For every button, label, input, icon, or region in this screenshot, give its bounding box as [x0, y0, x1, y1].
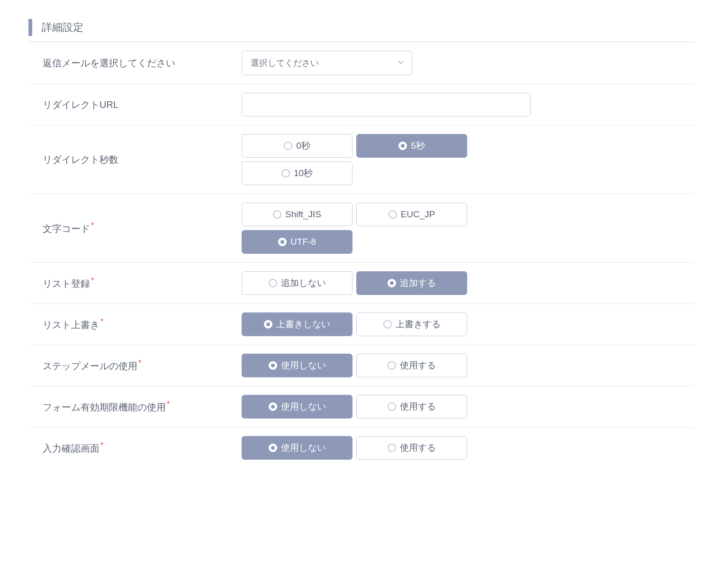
radio-charset-shiftjis[interactable]: Shift_JIS: [242, 203, 352, 226]
radio-label: 使用する: [400, 359, 436, 372]
radio-label: 使用する: [400, 401, 436, 413]
label-step-mail: ステップメールの使用*: [43, 359, 242, 373]
radio-circle-icon: [398, 142, 407, 150]
radio-circle-icon: [269, 402, 277, 411]
row-list-register: リスト登録* 追加しない 追加する: [28, 263, 695, 304]
radio-form-expiry-yes[interactable]: 使用する: [356, 395, 467, 419]
radio-group-redirect-seconds: 0秒 5秒 10秒: [242, 134, 479, 185]
row-redirect-seconds: リダイレクト秒数 0秒 5秒 10秒: [28, 125, 695, 194]
label-input-confirm: 入力確認画面*: [43, 441, 242, 455]
radio-step-mail-no[interactable]: 使用しない: [242, 354, 352, 377]
radio-list-overwrite-no[interactable]: 上書きしない: [242, 312, 352, 336]
radio-circle-icon: [264, 320, 272, 329]
select-reply-mail-wrapper: 選択してください: [242, 51, 412, 75]
radio-label: 使用する: [400, 442, 436, 454]
required-mark: *: [100, 441, 103, 449]
radio-input-confirm-no[interactable]: 使用しない: [242, 436, 352, 460]
label-form-expiry: フォーム有効期限機能の使用*: [43, 400, 242, 414]
input-redirect-url[interactable]: [242, 93, 531, 116]
radio-circle-icon: [273, 210, 281, 219]
radio-label: UTF-8: [290, 237, 316, 247]
radio-list-register-yes[interactable]: 追加する: [356, 271, 467, 295]
radio-form-expiry-no[interactable]: 使用しない: [242, 395, 352, 419]
section-header: 詳細設定: [28, 19, 695, 42]
radio-label: 使用しない: [281, 401, 326, 413]
control-step-mail: 使用しない 使用する: [242, 354, 695, 377]
label-charset: 文字コード*: [43, 222, 242, 235]
radio-label: 使用しない: [281, 359, 326, 372]
radio-label: 0秒: [296, 140, 310, 152]
radio-group-list-overwrite: 上書きしない 上書きする: [242, 312, 479, 336]
required-mark: *: [91, 276, 94, 285]
radio-label: 上書きする: [396, 318, 441, 330]
row-list-overwrite: リスト上書き* 上書きしない 上書きする: [28, 304, 695, 345]
radio-label: 5秒: [411, 140, 425, 152]
label-redirect-url: リダイレクトURL: [43, 98, 242, 111]
label-list-overwrite: リスト上書き*: [43, 318, 242, 331]
radio-redirect-0s[interactable]: 0秒: [242, 134, 352, 158]
radio-label: 追加しない: [281, 277, 326, 289]
radio-label: 使用しない: [281, 442, 326, 454]
control-redirect-seconds: 0秒 5秒 10秒: [242, 134, 695, 185]
select-reply-mail-placeholder: 選択してください: [251, 57, 319, 69]
radio-circle-icon: [388, 361, 396, 370]
radio-circle-icon: [388, 444, 396, 452]
radio-list-overwrite-yes[interactable]: 上書きする: [356, 312, 467, 336]
label-redirect-seconds: リダイレクト秒数: [43, 153, 242, 166]
radio-redirect-5s[interactable]: 5秒: [356, 134, 467, 158]
required-mark: *: [167, 400, 170, 408]
control-list-overwrite: 上書きしない 上書きする: [242, 312, 695, 336]
label-list-register: リスト登録*: [43, 276, 242, 290]
control-charset: Shift_JIS EUC_JP UTF-8: [242, 203, 695, 254]
radio-label: Shift_JIS: [285, 209, 321, 220]
row-step-mail: ステップメールの使用* 使用しない 使用する: [28, 345, 695, 386]
control-reply-mail: 選択してください: [242, 51, 695, 75]
radio-circle-icon: [383, 320, 392, 329]
radio-label: 10秒: [294, 167, 313, 179]
radio-circle-icon: [284, 142, 292, 150]
control-redirect-url: [242, 93, 695, 116]
control-input-confirm: 使用しない 使用する: [242, 436, 695, 460]
control-list-register: 追加しない 追加する: [242, 271, 695, 295]
radio-list-register-no[interactable]: 追加しない: [242, 271, 352, 295]
radio-label: 追加する: [400, 277, 436, 289]
row-redirect-url: リダイレクトURL: [28, 84, 695, 125]
radio-label: 上書きしない: [276, 318, 330, 330]
select-reply-mail[interactable]: 選択してください: [242, 51, 412, 75]
radio-circle-icon: [269, 279, 277, 287]
radio-group-list-register: 追加しない 追加する: [242, 271, 479, 295]
row-charset: 文字コード* Shift_JIS EUC_JP UTF-8: [28, 194, 695, 263]
radio-circle-icon: [281, 169, 290, 178]
required-mark: *: [138, 359, 141, 367]
radio-circle-icon: [388, 279, 396, 287]
required-mark: *: [100, 318, 103, 326]
radio-charset-eucjp[interactable]: EUC_JP: [356, 203, 467, 226]
radio-group-input-confirm: 使用しない 使用する: [242, 436, 479, 460]
radio-circle-icon: [278, 238, 287, 246]
radio-group-step-mail: 使用しない 使用する: [242, 354, 479, 377]
radio-circle-icon: [269, 361, 277, 370]
control-form-expiry: 使用しない 使用する: [242, 395, 695, 419]
radio-group-charset: Shift_JIS EUC_JP UTF-8: [242, 203, 479, 254]
section-accent-bar: [28, 19, 32, 36]
radio-group-form-expiry: 使用しない 使用する: [242, 395, 479, 419]
row-input-confirm: 入力確認画面* 使用しない 使用する: [28, 428, 695, 468]
required-mark: *: [91, 222, 94, 230]
row-reply-mail: 返信メールを選択してください 選択してください: [28, 42, 695, 84]
radio-input-confirm-yes[interactable]: 使用する: [356, 436, 467, 460]
radio-circle-icon: [269, 444, 277, 452]
row-form-expiry: フォーム有効期限機能の使用* 使用しない 使用する: [28, 386, 695, 428]
section-title: 詳細設定: [42, 20, 83, 35]
radio-circle-icon: [388, 402, 396, 411]
radio-redirect-10s[interactable]: 10秒: [242, 161, 352, 185]
radio-step-mail-yes[interactable]: 使用する: [356, 354, 467, 377]
radio-label: EUC_JP: [401, 209, 435, 220]
radio-charset-utf8[interactable]: UTF-8: [242, 230, 352, 254]
radio-circle-icon: [389, 210, 397, 219]
label-reply-mail: 返信メールを選択してください: [43, 57, 242, 70]
